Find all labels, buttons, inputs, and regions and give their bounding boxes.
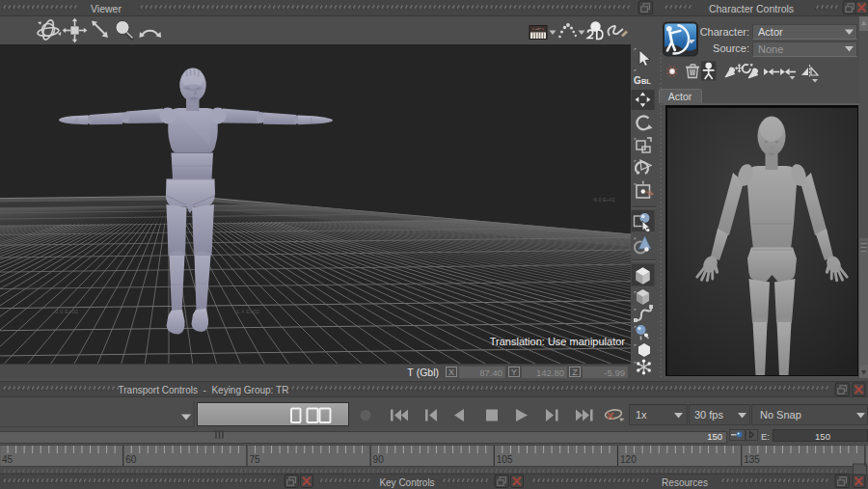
svg-text:45: 45 xyxy=(2,454,14,465)
svg-text:120: 120 xyxy=(620,454,637,465)
svg-text:105: 105 xyxy=(497,454,513,465)
svg-text:60: 60 xyxy=(125,454,137,465)
svg-text:135: 135 xyxy=(744,454,760,465)
svg-text:Translation: Use manipulator: Translation: Use manipulator xyxy=(490,336,626,347)
svg-text:-6.0 E+01: -6.0 E+01 xyxy=(592,197,615,203)
svg-text:-1.4 E+02: -1.4 E+02 xyxy=(234,309,260,314)
svg-text:75: 75 xyxy=(249,454,260,465)
svg-text:GBL: GBL xyxy=(634,75,651,86)
svg-text:-2.0 E+02: -2.0 E+02 xyxy=(53,309,79,314)
svg-text:90: 90 xyxy=(373,454,385,465)
